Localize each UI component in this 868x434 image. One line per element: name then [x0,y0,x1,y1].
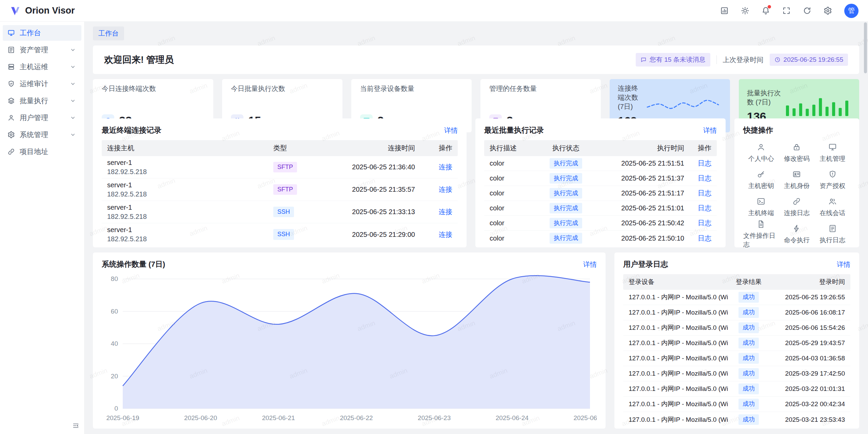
connect-link[interactable]: 连接 [439,231,452,238]
result-badge: 成功 [738,322,759,333]
status-badge: 执行完成 [550,173,582,184]
welcome-title: 欢迎回来! 管理员 [104,54,174,66]
app-logo[interactable]: Orion Visor [9,5,75,17]
chevron-down-icon [69,97,77,105]
settings-icon[interactable] [824,6,832,15]
sidebar-item-host-ops[interactable]: 主机运维 [3,59,81,75]
panel-title: 快捷操作 [743,125,773,135]
scrollbar-thumb[interactable] [864,22,867,73]
user-avatar[interactable]: 管 [844,4,859,18]
quick-action-execution-log[interactable]: 执行日志 [815,222,850,247]
collapse-sidebar-icon[interactable] [72,422,79,429]
unread-messages-badge[interactable]: 您有 15 条未读消息 [636,53,710,67]
quick-action-asset-authorization[interactable]: 资产授权 [815,167,850,193]
login-log-row: 127.0.0.1 - 内网IP - Mozilla/5.0 (Windows … [623,320,850,336]
app-title: Orion Visor [25,5,75,16]
protocol-badge: SSH [273,229,294,240]
quick-action-online-session[interactable]: 在线会话 [815,194,850,220]
sidebar-item-batch-execution[interactable]: 批量执行 [3,93,81,109]
log-link[interactable]: 日志 [698,159,711,167]
notifications-icon[interactable] [762,6,770,15]
svg-text:40: 40 [111,340,118,347]
divider [716,55,717,64]
sidebar-item-project-url[interactable]: 项目地址 [3,144,81,159]
audit-icon [7,80,15,88]
quick-action-change-password[interactable]: 修改密码 [779,140,814,166]
panel-title: 最近批量执行记录 [484,125,544,135]
sidebar-item-user-management[interactable]: 用户管理 [3,110,81,126]
login-log-row: 127.0.0.1 - 内网IP - Mozilla/5.0 (Windows … [623,290,850,305]
quick-action-file-operation-log[interactable]: 文件操作日志 [743,222,779,247]
file-icon [757,220,765,228]
sidebar-item-ops-audit[interactable]: 运维审计 [3,76,81,92]
chevron-down-icon [69,63,77,71]
lock-icon [792,143,801,151]
protocol-badge: SFTP [273,184,297,195]
log-link[interactable]: 日志 [698,219,711,227]
svg-text:20: 20 [111,373,118,380]
executions-detail-link[interactable]: 详情 [703,126,717,135]
table-header: 连接主机 类型 连接时间 操作 [102,140,458,156]
login-log-row: 127.0.0.1 - 内网IP - Mozilla/5.0 (Windows … [623,366,850,381]
login-log-row: 127.0.0.1 - 内网IP - Mozilla/5.0 (Windows … [623,305,850,320]
login-log-row: 127.0.0.1 - 内网IP - Mozilla/5.0 (Windows … [623,381,850,397]
result-badge: 成功 [738,399,759,409]
terminal-trend-sparkline [644,94,722,118]
breadcrumb-item-workbench[interactable]: 工作台 [93,26,124,40]
result-badge: 成功 [738,383,759,394]
login-logs-detail-link[interactable]: 详情 [837,260,850,269]
analysis-icon[interactable] [720,6,729,15]
batch-icon [7,97,15,105]
panel-title: 系统操作数量 (7日) [102,259,165,269]
sidebar-item-asset-management[interactable]: 资产管理 [3,42,81,58]
quick-action-personal-center[interactable]: 个人中心 [743,140,779,166]
shield-icon [828,170,837,178]
svg-text:2025-06-25: 2025-06-25 [573,414,597,421]
execution-row: color 执行完成 2025-06-25 21:51:17 日志 [484,186,717,201]
link-icon [792,197,801,206]
svg-text:2025-06-22: 2025-06-22 [340,414,373,421]
quick-action-host-terminal[interactable]: 主机终端 [743,194,779,220]
protocol-badge: SFTP [273,162,297,172]
log-link[interactable]: 日志 [698,204,711,212]
connection-row: server-1182.92.5.218 SFTP 2025-06-25 21:… [102,156,458,178]
result-badge: 成功 [738,368,759,379]
breadcrumb: 工作台 [93,26,859,40]
log-link[interactable]: 日志 [698,174,711,182]
connection-row: server-1182.92.5.218 SFTP 2025-06-25 21:… [102,178,458,201]
terminal-icon [757,197,765,206]
log-link[interactable]: 日志 [698,234,711,242]
refresh-icon[interactable] [803,6,811,15]
clock-icon [774,57,781,63]
sidebar-item-workbench[interactable]: 工作台 [3,25,81,41]
sidebar-item-system-management[interactable]: 系统管理 [3,127,81,143]
quick-action-host-management[interactable]: 主机管理 [815,140,850,166]
result-badge: 成功 [738,292,759,302]
connect-link[interactable]: 连接 [439,208,452,215]
monitor-icon [828,143,837,151]
login-log-row: 127.0.0.1 - 内网IP - Mozilla/5.0 (Windows … [623,351,850,366]
chevron-down-icon [69,80,77,88]
execution-row: color 执行完成 2025-06-25 21:51:37 日志 [484,171,717,186]
quick-action-host-key[interactable]: 主机密钥 [743,167,779,193]
log-link[interactable]: 日志 [698,189,711,197]
fullscreen-icon[interactable] [782,6,791,15]
execution-row: color 执行完成 2025-06-25 21:50:10 日志 [484,231,717,246]
connect-link[interactable]: 连接 [439,163,452,171]
theme-icon[interactable] [741,6,749,15]
quick-action-command-execution[interactable]: 命令执行 [779,222,814,247]
session-icon [828,197,837,206]
execution-row: color 执行完成 2025-06-25 21:51:01 日志 [484,201,717,216]
quick-action-host-identity[interactable]: 主机身份 [779,167,814,193]
connection-row: server-1182.92.5.218 SSH 2025-06-25 21:3… [102,201,458,223]
scrollbar[interactable] [864,22,867,433]
system-ops-detail-link[interactable]: 详情 [583,260,597,269]
login-log-row: 127.0.0.1 - 内网IP - Mozilla/5.0 (Windows … [623,412,850,427]
svg-text:60: 60 [111,308,118,315]
connections-detail-link[interactable]: 详情 [444,126,458,135]
connect-link[interactable]: 连接 [439,186,452,193]
middle-row: 最近终端连接记录 详情 连接主机 类型 连接时间 操作 server-1182.… [93,118,859,247]
sidebar: 工作台 资产管理 主机运维 运维审计 批量执行 [0,22,84,434]
quick-action-connection-log[interactable]: 连接日志 [779,194,814,220]
header-actions: 管 [720,4,859,18]
